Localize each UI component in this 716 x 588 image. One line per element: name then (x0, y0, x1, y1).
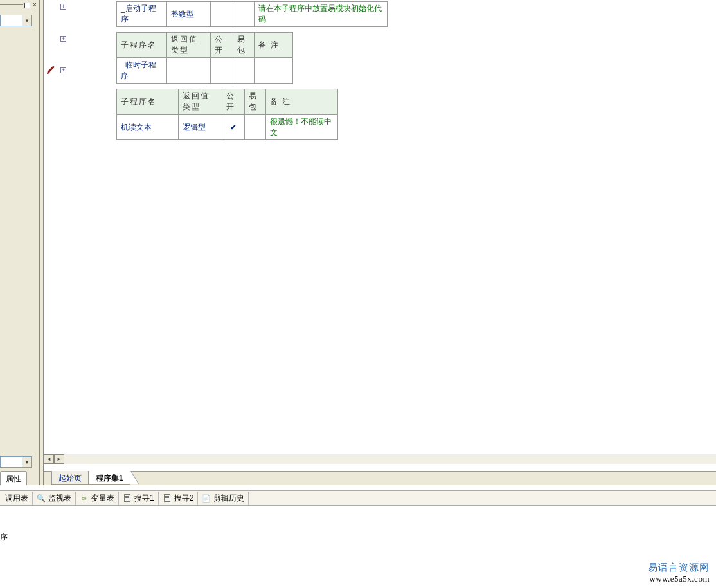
bottom-toolbar: 调用表 🔍 监视表 ∞ 变量表 搜寻1 搜寻2 📄 剪辑历史 (0, 490, 716, 506)
cell-return-type[interactable]: 整数型 (167, 2, 211, 27)
cell-name[interactable]: _临时子程序 (117, 58, 167, 84)
cell-remark[interactable]: 很遗憾！不能读中文 (266, 115, 338, 140)
panel-divider (0, 4, 23, 5)
tab-start-page[interactable]: 起始页 (51, 471, 89, 485)
watermark-url: www.e5a5x.com (648, 574, 710, 584)
call-table-button[interactable]: 调用表 (1, 492, 33, 505)
watch-table-label: 监视表 (48, 493, 71, 504)
cell-name[interactable]: _启动子程序 (117, 2, 167, 27)
chevron-down-icon: ▼ (22, 457, 31, 467)
left-dropdown[interactable]: ▼ (0, 15, 32, 26)
chevron-down-icon: ▼ (22, 15, 31, 26)
watermark-title: 易语言资源网 (648, 562, 710, 574)
hdr-public: 公开 (222, 89, 245, 114)
panel-maximize-icon[interactable] (24, 3, 30, 8)
search1-label: 搜寻1 (134, 493, 154, 504)
document-icon (123, 494, 132, 503)
clip-history-button[interactable]: 📄 剪辑历史 (198, 492, 249, 505)
status-text: 序 (0, 532, 8, 543)
cell-public[interactable] (211, 58, 233, 84)
var-table-label: 变量表 (91, 493, 114, 504)
magnifier-icon: 🔍 (37, 494, 46, 503)
cell-package[interactable] (233, 58, 255, 84)
editor-gutter: + + + (44, 0, 69, 485)
hdr-remark: 备 注 (266, 89, 338, 114)
left-side-panel: × ▼ ▼ 属性 (0, 0, 40, 485)
tab-properties[interactable]: 属性 (0, 471, 27, 485)
clip-history-label: 剪辑历史 (213, 493, 244, 504)
subroutine-row[interactable]: 机读文本 逻辑型 ✔ 很遗憾！不能读中文 (116, 114, 338, 140)
horizontal-scrollbar[interactable]: ◄ ► (44, 454, 716, 464)
cell-return-type[interactable]: 逻辑型 (179, 115, 222, 140)
search2-label: 搜寻2 (174, 493, 194, 504)
scroll-left-icon[interactable]: ◄ (44, 454, 54, 464)
search1-button[interactable]: 搜寻1 (119, 492, 159, 505)
hdr-public: 公开 (211, 33, 233, 58)
hdr-name: 子程序名 (117, 89, 179, 114)
hdr-return: 返回值类型 (167, 33, 211, 58)
subroutine-row[interactable]: _临时子程序 (116, 58, 293, 84)
left-bottom-select[interactable]: ▼ (0, 456, 32, 468)
call-table-label: 调用表 (5, 493, 28, 504)
cell-package[interactable] (233, 2, 255, 27)
cell-remark[interactable] (255, 58, 293, 84)
scroll-track[interactable] (64, 454, 716, 464)
tab-slant-decor (130, 471, 138, 484)
watermark: 易语言资源网 www.e5a5x.com (648, 562, 710, 584)
code-editor-panel: + + + _启动子程序 整数型 请在本子程序中放置易模块初始化代码 子程 (44, 0, 716, 485)
subroutine-row[interactable]: _启动子程序 整数型 请在本子程序中放置易模块初始化代码 (116, 1, 388, 27)
fold-toggle[interactable]: + (60, 67, 66, 73)
hdr-return: 返回值类型 (179, 89, 222, 114)
hdr-remark: 备 注 (255, 33, 293, 58)
var-table-button[interactable]: ∞ 变量表 (76, 492, 119, 505)
subroutine-header: 子程序名 返回值类型 公开 易包 备 注 (116, 89, 338, 114)
fold-toggle[interactable]: + (60, 36, 66, 42)
panel-close-icon[interactable]: × (31, 2, 38, 8)
cell-name[interactable]: 机读文本 (117, 115, 179, 140)
search2-button[interactable]: 搜寻2 (159, 492, 199, 505)
hdr-package: 易包 (233, 33, 255, 58)
subroutine-header: 子程序名 返回值类型 公开 易包 备 注 (116, 32, 293, 58)
variable-icon: ∞ (80, 494, 89, 503)
tab-module[interactable]: 程序集1 (89, 471, 130, 485)
cell-remark[interactable]: 请在本子程序中放置易模块初始化代码 (255, 2, 388, 27)
editor-tabs: 起始页 程序集1 (44, 471, 716, 485)
hdr-package: 易包 (245, 89, 266, 114)
cell-public-checked[interactable]: ✔ (222, 115, 245, 140)
hdr-name: 子程序名 (117, 33, 167, 58)
cell-public[interactable] (211, 2, 233, 27)
fold-toggle[interactable]: + (60, 4, 66, 10)
edit-cursor-icon (44, 62, 59, 77)
cell-package[interactable] (245, 115, 266, 140)
scroll-right-icon[interactable]: ► (54, 454, 64, 464)
cell-return-type[interactable] (167, 58, 211, 84)
clipboard-icon: 📄 (202, 494, 211, 503)
watch-table-button[interactable]: 🔍 监视表 (33, 492, 76, 505)
document-icon (163, 494, 172, 503)
